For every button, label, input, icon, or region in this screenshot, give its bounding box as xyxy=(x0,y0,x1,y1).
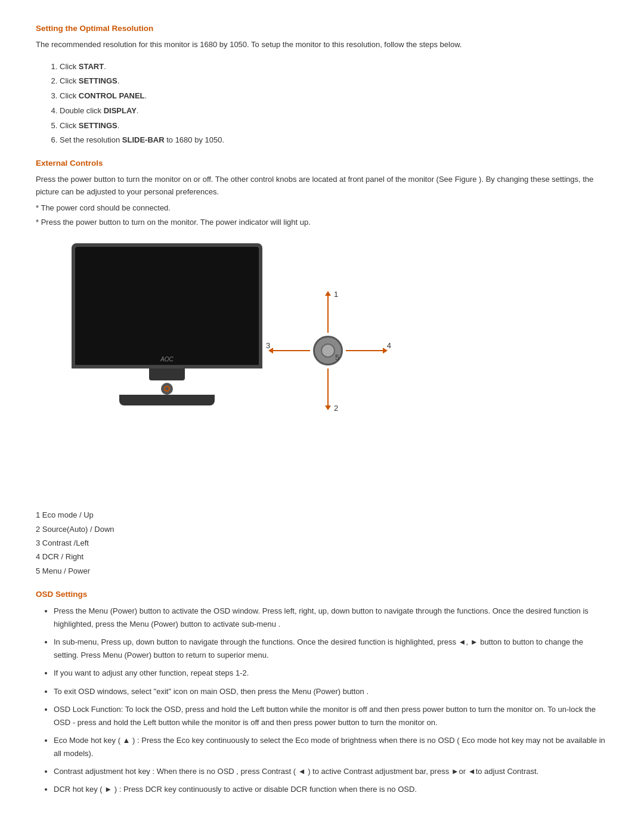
legend-item-5: 5 Menu / Power xyxy=(36,564,608,578)
osd-bullet-4: To exit OSD windows, select "exit" icon … xyxy=(54,685,608,698)
step-2: Click SETTINGS. xyxy=(60,74,608,89)
step-4-bold: DISPLAY xyxy=(104,106,137,115)
step-4: Double click DISPLAY. xyxy=(60,104,608,119)
arrow-left-container xyxy=(268,348,310,354)
label-3: 3 xyxy=(266,341,270,350)
external-controls-para: Press the power button to turn the monit… xyxy=(36,174,608,199)
label-1: 1 xyxy=(334,290,338,299)
step-6-bold: SLIDE-BAR xyxy=(122,135,165,144)
steps-list: Click START. Click SETTINGS. Click CONTR… xyxy=(60,60,608,148)
section-optimal-resolution: Setting the Optimal Resolution The recom… xyxy=(36,24,608,148)
arrow-down-tip xyxy=(325,405,331,410)
step-2-bold: SETTINGS xyxy=(79,76,117,85)
note-1: * The power cord should be connected. xyxy=(36,202,608,215)
step-5-bold: SETTINGS xyxy=(79,121,117,130)
osd-bullet-5: OSD Lock Function: To lock the OSD, pres… xyxy=(54,703,608,729)
legend-item-1: 1 Eco mode / Up xyxy=(36,508,608,522)
intro-paragraph: The recommended resolution for this moni… xyxy=(36,39,608,51)
osd-bullet-2: In sub-menu, Press up, down button to na… xyxy=(54,636,608,662)
arrow-right-line xyxy=(346,350,383,351)
control-diagram: 1 2 3 4 5 xyxy=(268,291,388,410)
monitor-brand: AOC xyxy=(160,356,174,363)
arrow-right-container xyxy=(346,348,388,354)
osd-bullet-1: Press the Menu (Power) button to activat… xyxy=(54,605,608,631)
step-1: Click START. xyxy=(60,60,608,75)
arrow-up-tip xyxy=(325,291,331,296)
arrow-up-container xyxy=(325,291,331,333)
step-3-bold: CONTROL PANEL xyxy=(79,91,145,100)
monitor-stand-base xyxy=(119,395,215,405)
label-4: 4 xyxy=(387,341,391,350)
step-6: Set the resolution SLIDE-BAR to 1680 by … xyxy=(60,133,608,148)
diagram-section: AOC 1 2 3 xyxy=(36,243,608,494)
monitor-body: AOC xyxy=(72,243,262,368)
step-5: Click SETTINGS. xyxy=(60,119,608,134)
section-osd-settings: OSD Settings Press the Menu (Power) butt… xyxy=(36,590,608,796)
arrow-up-line xyxy=(327,296,329,333)
monitor-illustration: AOC xyxy=(72,243,262,410)
arrow-down-container xyxy=(325,368,331,410)
section-title-external: External Controls xyxy=(36,159,608,168)
legend-section: 1 Eco mode / Up 2 Source(Auto) / Down 3 … xyxy=(36,508,608,578)
osd-bullet-8: DCR hot key ( ► ) : Press DCR key contin… xyxy=(54,783,608,796)
legend-item-3: 3 Contrast /Left xyxy=(36,536,608,550)
arrow-left-line xyxy=(273,350,310,351)
label-2: 2 xyxy=(334,404,338,413)
step-3: Click CONTROL PANEL. xyxy=(60,89,608,104)
legend-item-4: 4 DCR / Right xyxy=(36,550,608,563)
monitor-power-button xyxy=(161,383,173,395)
monitor-screen xyxy=(75,247,259,365)
step-1-bold: START xyxy=(79,62,104,71)
arrow-down-line xyxy=(327,368,329,405)
osd-bullet-6: Eco Mode hot key ( ▲ ) : Press the Eco k… xyxy=(54,734,608,760)
osd-bullet-3: If you want to adjust any other function… xyxy=(54,667,608,680)
osd-bullets-list: Press the Menu (Power) button to activat… xyxy=(54,605,608,796)
section-title-osd: OSD Settings xyxy=(36,590,608,599)
label-5: 5 xyxy=(335,353,339,362)
monitor-button-inner xyxy=(164,386,170,392)
monitor-stand-top xyxy=(149,368,185,380)
section-external-controls: External Controls Press the power button… xyxy=(36,159,608,229)
joystick-inner xyxy=(321,343,335,358)
note-2: * Press the power button to turn on the … xyxy=(36,216,608,229)
osd-bullet-7: Contrast adjustment hot key : When there… xyxy=(54,765,608,778)
section-title-resolution: Setting the Optimal Resolution xyxy=(36,24,608,33)
legend-item-2: 2 Source(Auto) / Down xyxy=(36,522,608,536)
